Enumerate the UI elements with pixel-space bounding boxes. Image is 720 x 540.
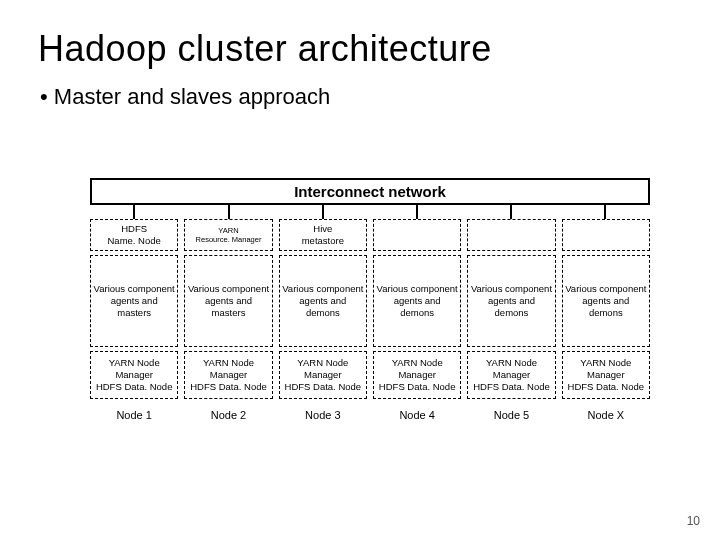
node-label: Node 5 [467, 409, 555, 421]
node-column: YARN Resource. Manager Various component… [184, 219, 272, 399]
foot-box: YARN Node Manager HDFS Data. Node [184, 351, 272, 399]
foot-line: YARN Node Manager [187, 357, 269, 381]
node-column: Various component agents and demons YARN… [562, 219, 650, 399]
node-label: Node 4 [373, 409, 461, 421]
node-label: Node 1 [90, 409, 178, 421]
node-label: Node 3 [279, 409, 367, 421]
mid-box: Various component agents and masters [90, 255, 178, 347]
foot-line: YARN Node Manager [565, 357, 647, 381]
head-box-yarn-rm: YARN Resource. Manager [184, 219, 272, 251]
head-line: Name. Node [93, 235, 175, 247]
head-line: Hive [282, 223, 364, 235]
foot-line: HDFS Data. Node [282, 381, 364, 393]
mid-box: Various component agents and masters [184, 255, 272, 347]
foot-line: HDFS Data. Node [376, 381, 458, 393]
slide-title: Hadoop cluster architecture [0, 0, 720, 70]
node-label: Node X [562, 409, 650, 421]
head-line: YARN [187, 226, 269, 235]
mid-box: Various component agents and demons [279, 255, 367, 347]
mid-box: Various component agents and demons [467, 255, 555, 347]
architecture-diagram: Interconnect network HDFS Name. Node Var… [90, 178, 650, 421]
node-column: Hive metastore Various component agents … [279, 219, 367, 399]
foot-box: YARN Node Manager HDFS Data. Node [562, 351, 650, 399]
foot-line: HDFS Data. Node [187, 381, 269, 393]
node-label: Node 2 [184, 409, 272, 421]
foot-line: HDFS Data. Node [565, 381, 647, 393]
head-box-hdfs-namenode: HDFS Name. Node [90, 219, 178, 251]
node-columns: HDFS Name. Node Various component agents… [90, 219, 650, 399]
foot-line: YARN Node Manager [376, 357, 458, 381]
interconnect-network-box: Interconnect network [90, 178, 650, 205]
foot-box: YARN Node Manager HDFS Data. Node [279, 351, 367, 399]
foot-line: YARN Node Manager [470, 357, 552, 381]
head-line: Resource. Manager [187, 235, 269, 244]
bullet-master-slaves: • Master and slaves approach [0, 70, 720, 110]
foot-box: YARN Node Manager HDFS Data. Node [467, 351, 555, 399]
head-box-empty [562, 219, 650, 251]
page-number: 10 [687, 514, 700, 528]
mid-box: Various component agents and demons [373, 255, 461, 347]
mid-box: Various component agents and demons [562, 255, 650, 347]
node-column: Various component agents and demons YARN… [467, 219, 555, 399]
foot-box: YARN Node Manager HDFS Data. Node [373, 351, 461, 399]
node-column: Various component agents and demons YARN… [373, 219, 461, 399]
head-box-empty [467, 219, 555, 251]
head-box-hive-metastore: Hive metastore [279, 219, 367, 251]
node-labels-row: Node 1 Node 2 Node 3 Node 4 Node 5 Node … [90, 409, 650, 421]
foot-box: YARN Node Manager HDFS Data. Node [90, 351, 178, 399]
foot-line: YARN Node Manager [93, 357, 175, 381]
node-column: HDFS Name. Node Various component agents… [90, 219, 178, 399]
head-line: HDFS [93, 223, 175, 235]
network-connectors [90, 205, 650, 219]
head-box-empty [373, 219, 461, 251]
foot-line: HDFS Data. Node [93, 381, 175, 393]
foot-line: YARN Node Manager [282, 357, 364, 381]
foot-line: HDFS Data. Node [470, 381, 552, 393]
head-line: metastore [282, 235, 364, 247]
